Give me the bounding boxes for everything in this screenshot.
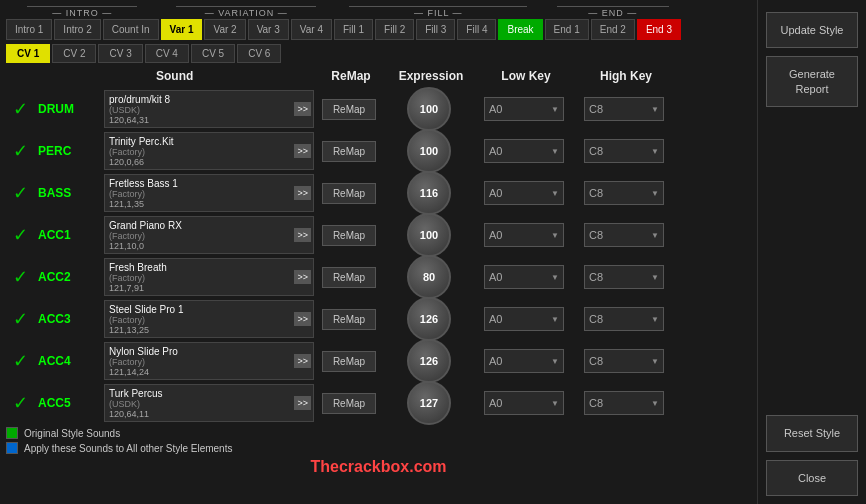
instrument-rows: ✓ DRUM pro/drum/kit 8 (USDK) 120,64,31 >…: [6, 87, 751, 421]
var1-btn[interactable]: Var 1: [161, 19, 203, 40]
highkey-select-perc[interactable]: C8 ▼: [584, 139, 664, 163]
update-style-btn[interactable]: Update Style: [766, 12, 858, 48]
highkey-select-acc1[interactable]: C8 ▼: [584, 223, 664, 247]
var3-btn[interactable]: Var 3: [248, 19, 289, 40]
remap-cell-bass: ReMap: [314, 183, 384, 204]
expr-knob-acc4[interactable]: 126: [407, 339, 451, 383]
highkey-val-acc1: C8: [589, 229, 603, 241]
remap-btn-bass[interactable]: ReMap: [322, 183, 376, 204]
sound-arrow-acc4[interactable]: >>: [294, 354, 311, 368]
check-perc[interactable]: ✓: [6, 140, 34, 162]
highkey-cell-acc1: C8 ▼: [574, 223, 674, 247]
highkey-select-drum[interactable]: C8 ▼: [584, 97, 664, 121]
lowkey-select-acc5[interactable]: A0 ▼: [484, 391, 564, 415]
lowkey-select-acc3[interactable]: A0 ▼: [484, 307, 564, 331]
sound-name-perc: Trinity Perc.Kit: [109, 136, 309, 147]
highkey-select-acc4[interactable]: C8 ▼: [584, 349, 664, 373]
remap-btn-acc5[interactable]: ReMap: [322, 393, 376, 414]
highkey-arrow-acc3: ▼: [651, 315, 659, 324]
check-acc5[interactable]: ✓: [6, 392, 34, 414]
sound-box-drum[interactable]: pro/drum/kit 8 (USDK) 120,64,31 >>: [104, 90, 314, 128]
remap-btn-acc1[interactable]: ReMap: [322, 225, 376, 246]
inst-name-acc4: ACC4: [34, 354, 104, 368]
remap-btn-acc3[interactable]: ReMap: [322, 309, 376, 330]
break-btn[interactable]: Break: [498, 19, 542, 40]
sound-box-acc5[interactable]: Turk Percus (USDK) 120,64,11 >>: [104, 384, 314, 422]
expr-knob-acc2[interactable]: 80: [407, 255, 451, 299]
fill1-btn[interactable]: Fill 1: [334, 19, 373, 40]
close-btn[interactable]: Close: [766, 460, 858, 496]
sound-box-acc2[interactable]: Fresh Breath (Factory) 121,7,91 >>: [104, 258, 314, 296]
intro2-btn[interactable]: Intro 2: [54, 19, 100, 40]
sound-arrow-acc3[interactable]: >>: [294, 312, 311, 326]
sound-arrow-bass[interactable]: >>: [294, 186, 311, 200]
lowkey-select-acc2[interactable]: A0 ▼: [484, 265, 564, 289]
end3-btn[interactable]: End 3: [637, 19, 681, 40]
sound-box-acc3[interactable]: Steel Slide Pro 1 (Factory) 121,13,25 >>: [104, 300, 314, 338]
sound-box-perc[interactable]: Trinity Perc.Kit (Factory) 120,0,66 >>: [104, 132, 314, 170]
highkey-cell-perc: C8 ▼: [574, 139, 674, 163]
cv2-tab[interactable]: CV 2: [52, 44, 96, 63]
check-acc2[interactable]: ✓: [6, 266, 34, 288]
cv1-tab[interactable]: CV 1: [6, 44, 50, 63]
fill4-btn[interactable]: Fill 4: [457, 19, 496, 40]
expr-knob-drum[interactable]: 100: [407, 87, 451, 131]
highkey-arrow-drum: ▼: [651, 105, 659, 114]
lowkey-val-acc4: A0: [489, 355, 502, 367]
var2-btn[interactable]: Var 2: [204, 19, 245, 40]
sound-arrow-acc1[interactable]: >>: [294, 228, 311, 242]
highkey-select-acc5[interactable]: C8 ▼: [584, 391, 664, 415]
lowkey-select-bass[interactable]: A0 ▼: [484, 181, 564, 205]
lowkey-select-acc1[interactable]: A0 ▼: [484, 223, 564, 247]
intro1-btn[interactable]: Intro 1: [6, 19, 52, 40]
sound-arrow-drum[interactable]: >>: [294, 102, 311, 116]
sound-box-acc4[interactable]: Nylon Slide Pro (Factory) 121,14,24 >>: [104, 342, 314, 380]
expression-col-header: Expression: [386, 69, 476, 83]
cv4-tab[interactable]: CV 4: [145, 44, 189, 63]
check-acc4[interactable]: ✓: [6, 350, 34, 372]
cv5-tab[interactable]: CV 5: [191, 44, 235, 63]
lowkey-select-drum[interactable]: A0 ▼: [484, 97, 564, 121]
fill3-btn[interactable]: Fill 3: [416, 19, 455, 40]
inst-name-acc2: ACC2: [34, 270, 104, 284]
generate-report-btn[interactable]: Generate Report: [766, 56, 858, 107]
check-acc1[interactable]: ✓: [6, 224, 34, 246]
sound-box-acc1[interactable]: Grand Piano RX (Factory) 121,10,0 >>: [104, 216, 314, 254]
fill2-btn[interactable]: Fill 2: [375, 19, 414, 40]
sound-arrow-acc5[interactable]: >>: [294, 396, 311, 410]
expr-knob-acc5[interactable]: 127: [407, 381, 451, 425]
remap-btn-perc[interactable]: ReMap: [322, 141, 376, 162]
expr-knob-acc1[interactable]: 100: [407, 213, 451, 257]
expr-cell-perc: 100: [384, 129, 474, 173]
var4-btn[interactable]: Var 4: [291, 19, 332, 40]
check-bass[interactable]: ✓: [6, 182, 34, 204]
sound-nums-acc2: 121,7,91: [109, 283, 309, 293]
cv6-tab[interactable]: CV 6: [237, 44, 281, 63]
expr-knob-perc[interactable]: 100: [407, 129, 451, 173]
sound-arrow-perc[interactable]: >>: [294, 144, 311, 158]
check-acc3[interactable]: ✓: [6, 308, 34, 330]
remap-btn-drum[interactable]: ReMap: [322, 99, 376, 120]
expr-knob-bass[interactable]: 116: [407, 171, 451, 215]
end1-btn[interactable]: End 1: [545, 19, 589, 40]
highkey-select-acc3[interactable]: C8 ▼: [584, 307, 664, 331]
original-sounds-checkbox[interactable]: [6, 427, 18, 439]
highkey-select-acc2[interactable]: C8 ▼: [584, 265, 664, 289]
lowkey-val-perc: A0: [489, 145, 502, 157]
remap-btn-acc2[interactable]: ReMap: [322, 267, 376, 288]
sound-arrow-acc2[interactable]: >>: [294, 270, 311, 284]
apply-sounds-checkbox[interactable]: [6, 442, 18, 454]
sound-source-acc1: (Factory): [109, 231, 309, 241]
end2-btn[interactable]: End 2: [591, 19, 635, 40]
reset-style-btn[interactable]: Reset Style: [766, 415, 858, 451]
instrument-row-acc1: ✓ ACC1 Grand Piano RX (Factory) 121,10,0…: [6, 213, 751, 253]
cv3-tab[interactable]: CV 3: [98, 44, 142, 63]
check-drum[interactable]: ✓: [6, 98, 34, 120]
countin-btn[interactable]: Count In: [103, 19, 159, 40]
highkey-select-bass[interactable]: C8 ▼: [584, 181, 664, 205]
sound-box-bass[interactable]: Fretless Bass 1 (Factory) 121,1,35 >>: [104, 174, 314, 212]
lowkey-select-perc[interactable]: A0 ▼: [484, 139, 564, 163]
lowkey-select-acc4[interactable]: A0 ▼: [484, 349, 564, 373]
remap-btn-acc4[interactable]: ReMap: [322, 351, 376, 372]
expr-knob-acc3[interactable]: 126: [407, 297, 451, 341]
